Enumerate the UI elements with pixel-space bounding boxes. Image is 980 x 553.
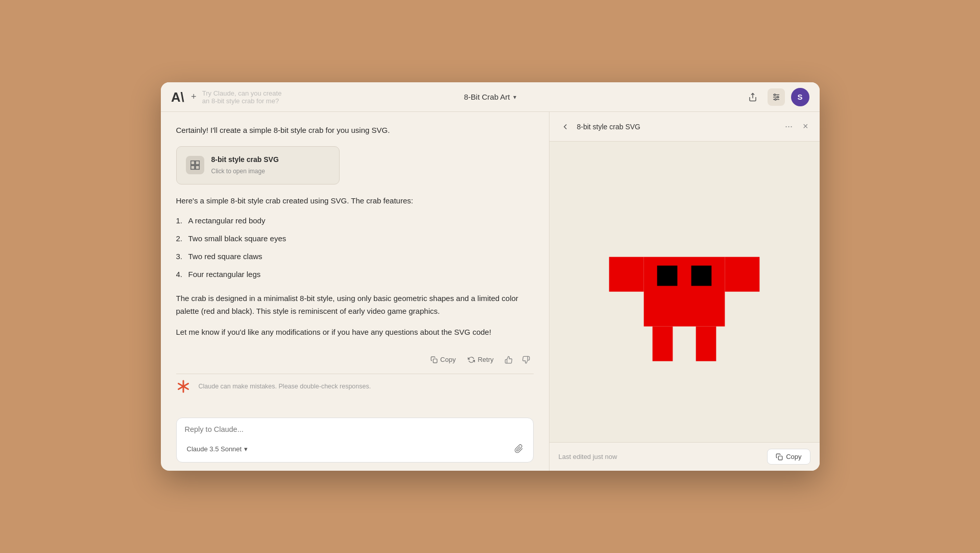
svg-rect-10 [195, 166, 199, 169]
disclaimer-text: Claude can make mistakes. Please double-… [199, 383, 371, 390]
svg-point-5 [777, 96, 778, 98]
svg-point-6 [775, 99, 776, 100]
user-avatar[interactable]: S [791, 88, 809, 106]
chat-messages: Certainly! I'll create a simple 8-bit st… [176, 124, 534, 411]
artifact-card-name: 8-bit style crab SVG [211, 154, 279, 166]
reply-input[interactable] [177, 418, 533, 437]
top-bar: A\ + Try Claude, can you create an 8-bit… [161, 82, 820, 112]
message-actions: Copy Retry [176, 349, 534, 371]
crab-svg [597, 211, 771, 373]
artifact-card-action: Click to open image [211, 167, 279, 177]
input-box: Claude 3.5 Sonnet ▾ [176, 418, 534, 463]
artifact-card-icon [186, 156, 204, 174]
artifact-header-right: ··· × [781, 119, 810, 134]
svg-text:A\: A\ [171, 90, 184, 104]
share-button[interactable] [744, 88, 761, 106]
svg-display [549, 142, 820, 442]
artifact-panel: 8-bit style crab SVG ··· × [549, 112, 820, 471]
model-selector[interactable]: Claude 3.5 Sonnet ▾ [183, 443, 252, 455]
assistant-message: Certainly! I'll create a simple 8-bit st… [176, 124, 534, 339]
svg-rect-7 [190, 161, 194, 165]
close-artifact-button[interactable]: × [801, 119, 810, 134]
last-edited-text: Last edited just now [559, 453, 617, 460]
features-intro: Here's a simple 8-bit style crab created… [176, 195, 534, 208]
retry-button[interactable]: Retry [463, 353, 498, 366]
more-options-button[interactable]: ··· [781, 120, 797, 133]
content-area: Certainly! I'll create a simple 8-bit st… [161, 112, 820, 471]
svg-rect-16 [609, 257, 644, 292]
list-item: Two red square claws [176, 248, 534, 266]
artifact-header: 8-bit style crab SVG ··· × [549, 112, 820, 142]
svg-point-4 [774, 94, 775, 96]
search-placeholder: Try Claude, can you create an 8-bit styl… [202, 89, 283, 105]
top-bar-center: 8-Bit Crab Art ▾ [464, 93, 516, 101]
settings-button[interactable] [768, 88, 785, 106]
svg-rect-8 [195, 161, 199, 165]
artifact-info: 8-bit style crab SVG Click to open image [211, 154, 279, 177]
intro-text: Certainly! I'll create a simple 8-bit st… [176, 124, 534, 137]
svg-rect-21 [696, 327, 716, 361]
svg-rect-19 [691, 266, 712, 286]
list-item: Two small black square eyes [176, 230, 534, 248]
input-area: Claude 3.5 Sonnet ▾ [176, 411, 534, 471]
top-bar-left: A\ + Try Claude, can you create an 8-bit… [171, 89, 283, 105]
chat-panel: Certainly! I'll create a simple 8-bit st… [161, 112, 549, 471]
anthropic-logo: A\ [171, 90, 185, 104]
artifact-panel-title: 8-bit style crab SVG [577, 123, 641, 131]
disclaimer-row: Claude can make mistakes. Please double-… [176, 374, 534, 401]
artifact-card[interactable]: 8-bit style crab SVG Click to open image [176, 146, 340, 185]
input-bottom: Claude 3.5 Sonnet ▾ [177, 437, 533, 462]
list-item: A rectangular red body [176, 212, 534, 230]
closing-text: Let me know if you'd like any modificati… [176, 326, 534, 339]
main-window: A\ + Try Claude, can you create an 8-bit… [161, 82, 820, 471]
thumbs-down-button[interactable] [518, 353, 534, 366]
features-list: A rectangular red body Two small black s… [176, 212, 534, 283]
new-chat-button[interactable]: + [190, 90, 197, 104]
thumbs-up-button[interactable] [501, 353, 516, 366]
artifact-footer: Last edited just now Copy [549, 442, 820, 471]
svg-rect-18 [657, 266, 678, 286]
description-text: The crab is designed in a minimalist 8-b… [176, 292, 534, 318]
svg-rect-23 [778, 456, 782, 460]
chevron-down-icon: ▾ [513, 94, 516, 101]
list-item: Four rectangular legs [176, 266, 534, 284]
copy-button[interactable]: Copy [425, 353, 461, 366]
chat-title: 8-Bit Crab Art [464, 93, 510, 101]
svg-rect-11 [433, 359, 437, 363]
chevron-icon: ▾ [244, 445, 248, 453]
svg-rect-9 [190, 166, 194, 169]
attach-button[interactable] [511, 441, 527, 457]
svg-rect-15 [644, 257, 725, 327]
artifact-copy-button[interactable]: Copy [767, 449, 810, 465]
back-button[interactable] [559, 120, 572, 133]
svg-rect-17 [725, 257, 759, 292]
top-bar-right: S [744, 88, 809, 106]
svg-rect-20 [653, 327, 673, 361]
claude-logo [176, 379, 190, 394]
